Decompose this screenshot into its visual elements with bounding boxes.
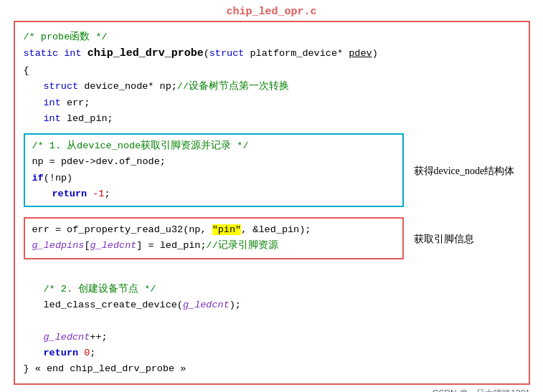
err-assign-end: , &led_pin); [241,224,311,235]
semicolon2: ; [90,348,95,358]
blue-box-row: /* 1. 从device_node获取引脚资源并记录 */ np = pdev… [24,130,520,210]
red-line1: err = of_property_read_u32(np, "pin", &l… [32,222,395,238]
code-line-comment: /* probe函数 */ [24,29,520,45]
if-cond: (!np) [44,173,73,183]
type-device-node: device_node* np; [84,81,177,92]
code-line-struct-decl: struct device_node* np;//设备树节点第一次转换 [24,79,520,95]
keyword-static: static [24,48,65,59]
brace-open: { [24,65,29,76]
blue-comment: /* 1. 从device_node获取引脚资源并记录 */ [32,140,249,151]
func-params-close: ) [372,48,378,59]
blue-line2: np = pdev->dev.of_node; [32,154,395,170]
code-line-gledcnt-inc: g_ledcnt++; [24,330,520,345]
keyword-if: if [32,173,44,183]
return-val: -1 [93,188,104,199]
code-line-int-err: int err; [24,95,520,111]
semicolon1: ; [104,188,110,199]
code-line-blank2 [24,313,520,329]
comment-text: /* probe函数 */ [24,32,108,42]
func-close: ); [230,300,241,310]
var-led-pin: led_pin; [67,113,113,124]
var-gledcnt: g_ledcnt [90,240,137,251]
string-pin: "pin" [212,224,242,235]
code-container: /* probe函数 */ static int chip_led_drv_pr… [14,21,530,385]
code-line-brace-open: { [24,63,520,79]
param-var-pdev: pdev [349,48,372,59]
comment-record: //记录引脚资源 [207,240,278,251]
keyword-int-err: int [44,97,67,108]
code-line-comment2: /* 2. 创建设备节点 */ [24,282,520,297]
keyword-return0: return [44,348,85,358]
file-title: chip_led_opr.c [0,0,543,21]
code-line-create-device: led_class_create_device(g_ledcnt); [24,297,520,313]
increment: ++; [90,332,107,343]
np-assign: np = pdev->dev.of_node; [32,156,166,167]
var-gledpins: g_ledpins [32,240,85,251]
code-line-blank [24,266,520,282]
code-line-return0: return 0; [24,345,520,361]
keyword-int: int [64,48,87,59]
err-assign: err = of_property_read_u32(np, [32,224,212,235]
closing-brace: } « end chip_led_drv_probe » [24,363,186,374]
assign-ledpin: = led_pin; [142,240,206,251]
blue-line1: /* 1. 从device_node获取引脚资源并记录 */ [32,138,395,154]
func-create-device: led_class_create_device( [44,300,183,310]
param-type-struct: struct [209,48,250,59]
bracket-open: [ [84,240,90,251]
red-box: err = of_property_read_u32(np, "pin", &l… [24,217,404,259]
blue-line4: return -1; [32,186,395,202]
red-line2: g_ledpins[g_ledcnt] = led_pin;//记录引脚资源 [32,238,395,254]
code-line-closing: } « end chip_led_drv_probe » [24,361,520,377]
code-area: /* probe函数 */ static int chip_led_drv_pr… [24,29,520,378]
comment-create-dev: /* 2. 创建设备节点 */ [44,284,156,295]
var-gledcnt2: g_ledcnt [183,300,230,310]
blue-annotation: 获得device_node结构体 [414,163,515,179]
footer-credit: CSDN @一只大喵咪1201 [0,385,543,392]
blue-line3: if(!np) [32,171,395,186]
var-err: err; [67,97,90,108]
red-annotation: 获取引脚信息 [414,231,474,247]
red-box-row: err = of_property_read_u32(np, "pin", &l… [24,214,520,262]
comment-np: //设备树节点第一次转换 [177,81,289,92]
func-name: chip_led_drv_probe [88,47,204,59]
param-type-name: platform_device* [250,48,349,59]
func-params: ( [204,48,209,59]
keyword-struct: struct [44,81,85,92]
keyword-return: return [52,188,93,199]
var-gledcnt-inc: g_ledcnt [44,332,90,343]
blue-box: /* 1. 从device_node获取引脚资源并记录 */ np = pdev… [24,133,404,207]
code-line-int-ledpin: int led_pin; [24,111,520,127]
code-line-func-sig: static int chip_led_drv_probe(struct pla… [24,45,520,63]
keyword-int-ledpin: int [44,113,67,124]
